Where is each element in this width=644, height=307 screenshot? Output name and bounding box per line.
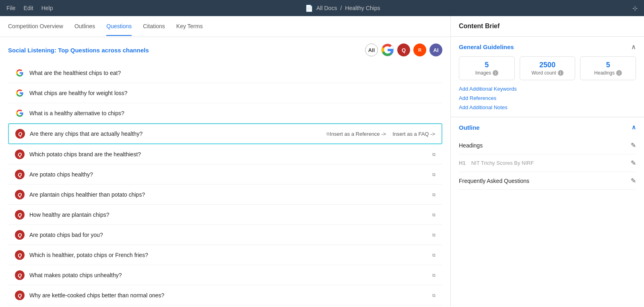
wordcount-info-icon[interactable]: i	[558, 70, 564, 76]
breadcrumb: 📄 All Docs / Healthy Chips	[61, 4, 624, 12]
question-text: Why are kettle-cooked chips better than …	[29, 292, 430, 299]
file-menu[interactable]: File	[6, 5, 16, 11]
headings-label: Headings	[459, 142, 483, 149]
question-row[interactable]: Q Why are kettle-cooked chips better tha…	[8, 285, 442, 305]
external-link-icon: ⧉	[432, 273, 436, 278]
headings-info-icon[interactable]: i	[616, 70, 622, 76]
question-row[interactable]: Q Are plantain chips healthier than pota…	[8, 185, 442, 205]
source-icon-quora: Q	[15, 230, 25, 240]
headings-label: Headings i	[586, 70, 630, 76]
outline-title[interactable]: Outline ∧	[459, 124, 636, 131]
breadcrumb-sep: /	[340, 5, 342, 11]
question-list: What are the healthiest chips to eat? Wh…	[8, 63, 442, 305]
question-row[interactable]: What chips are healthy for weight loss?	[8, 83, 442, 103]
right-panel-title: Content Brief	[451, 16, 644, 37]
source-icon-google	[15, 88, 25, 98]
filter-buttons: All Q R AI	[365, 44, 442, 56]
share-button[interactable]: ⊹	[632, 4, 638, 12]
external-link-icon: ⧉	[326, 131, 330, 137]
question-row[interactable]: Q What makes potato chips unhealthy? ⧉	[8, 265, 442, 285]
wordcount-label: Word count i	[526, 70, 570, 76]
filter-google[interactable]	[381, 44, 394, 56]
headings-value: 5	[586, 61, 630, 69]
external-link-icon: ⧉	[432, 192, 436, 197]
external-link-icon: ⧉	[432, 293, 436, 298]
question-text: What makes potato chips unhealthy?	[29, 272, 430, 278]
images-label: Images i	[465, 70, 509, 76]
general-guidelines-title[interactable]: General Guidelines ∧	[459, 43, 636, 51]
doc-icon: 📄	[305, 4, 313, 12]
question-row[interactable]: What are the healthiest chips to eat?	[8, 63, 442, 83]
edit-headings-icon[interactable]: ✎	[631, 141, 636, 149]
wordcount-metric: 2500 Word count i	[520, 56, 576, 80]
filter-quora[interactable]: Q	[397, 44, 410, 56]
question-row[interactable]: Q How healthy are plantain chips? ⧉	[8, 205, 442, 225]
section-title: Social Listening: Top Questions across c…	[8, 47, 149, 54]
chevron-up-icon: ∧	[632, 124, 636, 131]
source-icon-google	[15, 108, 25, 118]
source-icon-quora: Q	[15, 190, 25, 199]
h1-sub: H1 NIT Trichy Scores By NIRF	[459, 160, 534, 166]
question-text: Are potato chips bad for you?	[29, 232, 430, 238]
question-row[interactable]: Q Which potato chips brand are the healt…	[8, 144, 442, 164]
tab-competition-overview[interactable]: Competition Overview	[8, 17, 63, 36]
right-panel: Content Brief General Guidelines ∧ 5 Ima…	[451, 16, 644, 307]
tab-outlines[interactable]: Outlines	[74, 17, 95, 36]
breadcrumb-current: Healthy Chips	[345, 5, 380, 11]
question-row[interactable]: Q Are potato chips bad for you? ⧉	[8, 225, 442, 245]
question-row[interactable]: What is a healthy alternative to chips?	[8, 103, 442, 123]
question-row-selected[interactable]: Q Are there any chips that are actually …	[8, 123, 442, 144]
faq-label: Frequently Asked Questions	[459, 178, 529, 184]
question-text: What are the healthiest chips to eat?	[29, 70, 436, 76]
external-link-icon: ⧉	[432, 232, 436, 238]
source-icon-quora: Q	[15, 149, 25, 159]
filter-reddit[interactable]: R	[413, 44, 426, 56]
question-row[interactable]: Q Which is healthier, potato chips or Fr…	[8, 245, 442, 265]
insert-as-faq-link[interactable]: Insert as a FAQ ->	[392, 131, 435, 137]
breadcrumb-all[interactable]: All Docs	[316, 5, 337, 11]
tab-citations[interactable]: Citations	[143, 17, 165, 36]
help-menu[interactable]: Help	[41, 5, 53, 11]
links-list: Add Additional Keywords Add References A…	[459, 86, 636, 110]
edit-menu[interactable]: Edit	[24, 5, 33, 11]
metrics-row: 5 Images i 2500 Word count i 5	[459, 56, 636, 80]
external-link-icon: ⧉	[432, 152, 436, 157]
filter-all[interactable]: All	[365, 44, 378, 56]
question-actions: Insert as a Reference -> Insert as a FAQ…	[330, 131, 435, 137]
filter-ai[interactable]: AI	[429, 44, 442, 56]
main-layout: Competition Overview Outlines Questions …	[0, 16, 644, 307]
h1-text: NIT Trichy Scores By NIRF	[471, 160, 534, 166]
outline-section: Outline ∧ Headings ✎ H1 NIT Trichy Score…	[451, 117, 644, 196]
external-link-icon: ⧉	[432, 212, 436, 218]
external-link-icon: ⧉	[432, 172, 436, 177]
question-text: Which is healthier, potato chips or Fren…	[29, 252, 430, 258]
question-text: Are potato chips healthy?	[29, 171, 430, 178]
edit-faq-icon[interactable]: ✎	[631, 177, 636, 185]
question-text: What is a healthy alternative to chips?	[29, 110, 436, 116]
question-text: Which potato chips brand are the healthi…	[29, 151, 430, 158]
add-additional-keywords-link[interactable]: Add Additional Keywords	[459, 86, 636, 92]
general-guidelines-label: General Guidelines	[459, 44, 514, 50]
external-link-icon: ⧉	[432, 253, 436, 258]
images-value: 5	[465, 61, 509, 69]
add-additional-notes-link[interactable]: Add Additional Notes	[459, 104, 636, 110]
source-icon-google	[15, 68, 25, 78]
question-text: Are plantain chips healthier than potato…	[29, 191, 430, 198]
topbar: File Edit Help 📄 All Docs / Healthy Chip…	[0, 0, 644, 16]
question-text: What chips are healthy for weight loss?	[29, 90, 436, 96]
edit-h1-icon[interactable]: ✎	[631, 159, 636, 167]
tab-questions[interactable]: Questions	[106, 17, 132, 36]
tab-key-terms[interactable]: Key Terms	[176, 17, 203, 36]
add-references-link[interactable]: Add References	[459, 95, 636, 101]
insert-as-reference-link[interactable]: Insert as a Reference ->	[330, 131, 386, 137]
question-row[interactable]: Q Are potato chips healthy? ⧉	[8, 164, 442, 185]
content-area: Social Listening: Top Questions across c…	[0, 37, 450, 307]
outline-h1-row: H1 NIT Trichy Scores By NIRF ✎	[459, 154, 636, 172]
question-text: How healthy are plantain chips?	[29, 212, 430, 218]
outline-label: Outline	[459, 124, 480, 131]
images-info-icon[interactable]: i	[493, 70, 498, 76]
source-icon-quora: Q	[15, 210, 25, 220]
h1-badge: H1	[459, 160, 466, 166]
chevron-up-icon: ∧	[631, 43, 636, 51]
outline-headings-row: Headings ✎	[459, 137, 636, 154]
